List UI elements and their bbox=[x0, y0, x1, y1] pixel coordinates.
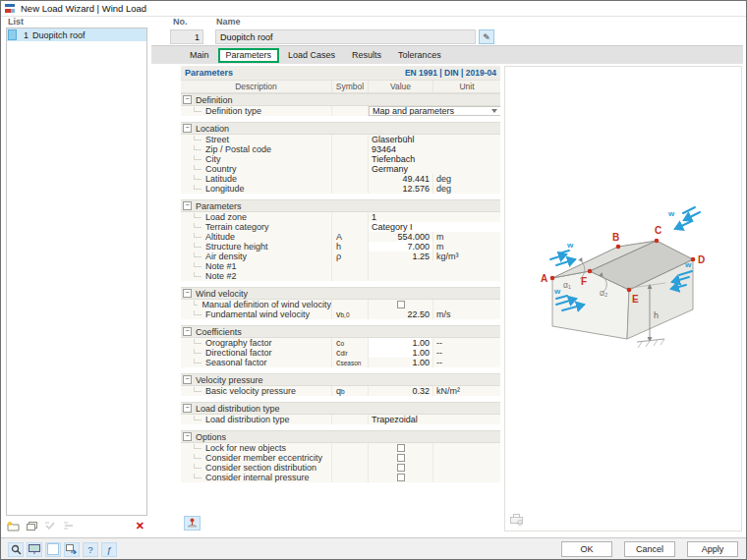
checkbox[interactable] bbox=[397, 301, 405, 308]
point-c-label: C bbox=[655, 225, 661, 236]
tab-bar: Main Parameters Load Cases Results Toler… bbox=[151, 45, 743, 64]
param-description: Longitude bbox=[181, 184, 332, 194]
parameters-panel: Parameters EN 1991 | DIN | 2019-04 Descr… bbox=[181, 66, 500, 532]
point-f-label: F bbox=[581, 276, 587, 287]
param-symbol: qb bbox=[332, 386, 369, 396]
question-icon: ? bbox=[87, 544, 92, 555]
param-unit: -- bbox=[433, 358, 500, 367]
param-value: Glaserbühl bbox=[369, 135, 500, 144]
no-label: No. bbox=[173, 17, 188, 27]
collapse-icon[interactable]: − bbox=[183, 201, 192, 210]
param-value[interactable]: Category I bbox=[369, 222, 500, 232]
dialog-buttons: OK Cancel Apply bbox=[561, 541, 738, 557]
print-preview-button[interactable] bbox=[509, 512, 525, 526]
point-a-label: A bbox=[541, 273, 547, 284]
param-label: Basic velocity pressure bbox=[205, 386, 296, 396]
param-unit: m bbox=[433, 232, 500, 242]
checkbox-cell bbox=[369, 443, 433, 453]
tab-load-cases[interactable]: Load Cases bbox=[280, 48, 343, 63]
param-symbol bbox=[332, 154, 369, 164]
tree-connector-icon bbox=[194, 301, 198, 306]
tab-main[interactable]: Main bbox=[182, 48, 217, 63]
param-symbol bbox=[332, 184, 369, 194]
delete-item-button[interactable]: ✕ bbox=[136, 521, 144, 532]
select-all-button[interactable] bbox=[43, 520, 58, 532]
param-label: Street bbox=[205, 135, 229, 144]
collapse-icon[interactable]: − bbox=[183, 289, 192, 298]
no-field[interactable]: 1 bbox=[170, 29, 203, 44]
param-description: Country bbox=[181, 164, 332, 174]
deselect-all-button[interactable] bbox=[62, 520, 77, 532]
footer-toolbar: ? ƒ bbox=[8, 542, 117, 557]
section-title: Wind velocity bbox=[196, 289, 248, 299]
tree-connector-icon bbox=[194, 359, 201, 364]
param-unit: kg/m³ bbox=[433, 252, 500, 261]
collapse-icon[interactable]: − bbox=[183, 404, 192, 413]
checkbox[interactable] bbox=[397, 474, 405, 481]
checkbox[interactable] bbox=[397, 454, 405, 462]
tree-connector-icon bbox=[194, 262, 201, 267]
param-symbol bbox=[332, 271, 369, 281]
param-dropdown[interactable]: Map and parameters bbox=[369, 106, 500, 116]
ok-button[interactable]: OK bbox=[561, 541, 612, 557]
param-row: Seasonal factorcseason1.00-- bbox=[181, 358, 500, 367]
new-item-button[interactable] bbox=[6, 520, 21, 532]
cancel-button[interactable]: Cancel bbox=[624, 541, 675, 557]
param-value: 0.32 bbox=[369, 386, 433, 396]
param-row: Consider member eccentricity bbox=[181, 453, 500, 463]
edit-name-button[interactable]: ✎ bbox=[479, 29, 494, 44]
collapse-icon[interactable]: − bbox=[183, 432, 192, 441]
section-title: Velocity pressure bbox=[196, 375, 263, 385]
collapse-icon[interactable]: − bbox=[183, 95, 192, 104]
location-map-button[interactable] bbox=[184, 516, 201, 531]
help-button[interactable]: ? bbox=[83, 542, 98, 557]
checkbox-cell bbox=[369, 463, 433, 473]
apply-button[interactable]: Apply bbox=[687, 541, 738, 557]
graphics-panel: h α₁ α₂ bbox=[504, 66, 742, 532]
param-symbol bbox=[332, 473, 369, 482]
param-value bbox=[369, 261, 500, 271]
param-symbol bbox=[332, 443, 369, 453]
collapse-icon[interactable]: − bbox=[183, 124, 192, 133]
alpha2-label: α₂ bbox=[600, 288, 607, 298]
checkbox-cell bbox=[369, 300, 433, 309]
checkbox[interactable] bbox=[397, 444, 405, 452]
list-item[interactable]: 1 Duopitch roof bbox=[7, 28, 146, 41]
tab-results[interactable]: Results bbox=[344, 48, 389, 63]
param-value[interactable]: 7.000 bbox=[369, 242, 433, 252]
param-description: Lock for new objects bbox=[181, 443, 332, 453]
param-description: Seasonal factor bbox=[181, 358, 332, 367]
section-header: −Velocity pressure bbox=[181, 373, 500, 386]
copy-item-button[interactable] bbox=[25, 520, 39, 532]
param-description: Altitude bbox=[181, 232, 332, 242]
collapse-icon[interactable]: − bbox=[183, 375, 192, 384]
checkbox-cell bbox=[369, 453, 433, 463]
display-settings-button[interactable] bbox=[27, 542, 42, 557]
checkbox-tool-button[interactable] bbox=[45, 542, 61, 557]
section-header: −Load distribution type bbox=[181, 402, 500, 415]
tree-connector-icon bbox=[194, 145, 201, 150]
tree-connector-icon bbox=[194, 387, 201, 392]
details-button[interactable] bbox=[8, 542, 24, 557]
param-value[interactable]: 1.00 bbox=[369, 348, 433, 358]
apply-to-objects-button[interactable] bbox=[64, 542, 80, 557]
param-symbol bbox=[332, 135, 369, 144]
section-title: Location bbox=[196, 124, 229, 134]
checkbox[interactable] bbox=[397, 464, 405, 472]
param-description: Directional factor bbox=[181, 348, 332, 358]
param-value: 49.441 bbox=[369, 174, 433, 184]
col-description: Description bbox=[181, 81, 332, 92]
section-gap bbox=[181, 482, 500, 488]
tree-connector-icon bbox=[194, 474, 201, 478]
column-headers: Description Symbol Value Unit bbox=[181, 81, 500, 93]
collapse-icon[interactable]: − bbox=[183, 327, 192, 336]
name-field[interactable]: Duopitch roof bbox=[215, 29, 476, 44]
tab-parameters[interactable]: Parameters bbox=[218, 48, 280, 63]
tree-connector-icon bbox=[194, 243, 201, 248]
tab-tolerances[interactable]: Tolerances bbox=[390, 48, 449, 63]
param-symbol bbox=[332, 453, 369, 463]
load-wizard-list[interactable]: 1 Duopitch roof bbox=[6, 28, 147, 516]
function-button[interactable]: ƒ bbox=[101, 542, 117, 557]
param-label: Consider section distribution bbox=[205, 463, 316, 473]
param-value[interactable]: 1.00 bbox=[369, 338, 433, 348]
